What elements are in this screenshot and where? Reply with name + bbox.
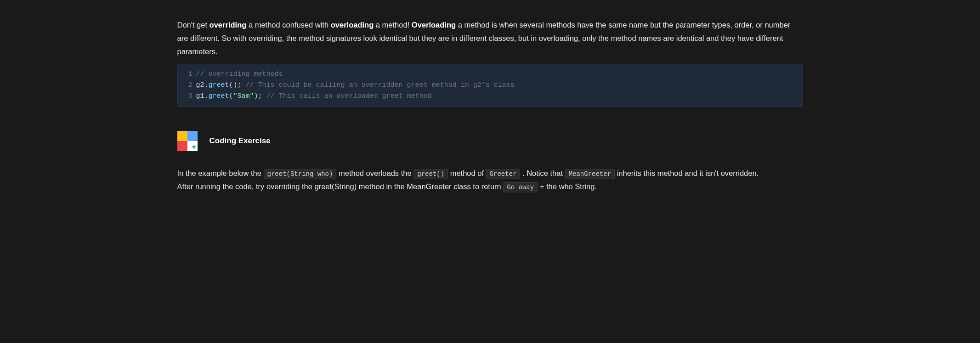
section-header: + Coding Exercise (177, 131, 803, 151)
code-block: 1// overriding methods 2g2.greet(); // T… (177, 64, 803, 107)
explain-paragraph-2: After running the code, try overriding t… (177, 180, 803, 193)
inline-code: greet() (414, 169, 448, 179)
windows-plus-icon: + (177, 131, 198, 151)
inline-code: Go away (503, 182, 538, 192)
intro-paragraph: Don't get overriding a method confused w… (177, 18, 803, 58)
explain-paragraph-1: In the example below the greet(String wh… (177, 167, 803, 180)
inline-code: MeanGreeter (565, 169, 615, 179)
inline-code: greet(String who) (264, 169, 337, 179)
inline-code: Greeter (486, 169, 521, 179)
section-title: Coding Exercise (210, 134, 271, 148)
